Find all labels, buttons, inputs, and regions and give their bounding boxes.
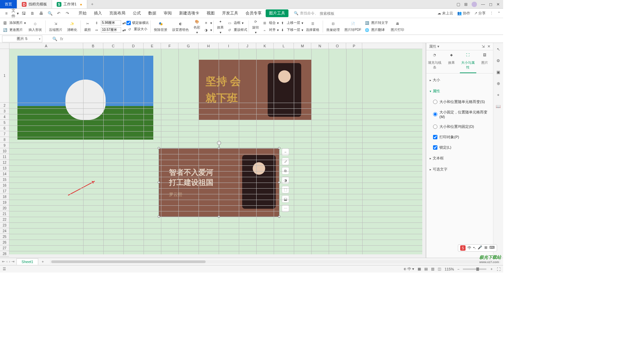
zoom-out[interactable]: − <box>458 267 460 271</box>
cloud-status[interactable]: ☁ 未上云 <box>437 11 453 16</box>
change-picture[interactable]: 🔄更改图片 <box>2 27 26 33</box>
avatar-icon[interactable] <box>472 2 477 7</box>
batch[interactable]: ⊟批量处理 <box>324 21 342 32</box>
align[interactable]: ⫠对齐 ▾ <box>262 27 279 33</box>
fx-search-icon[interactable]: 🔍 <box>52 37 57 41</box>
view-page-icon[interactable]: ▤ <box>424 267 428 271</box>
side-link-icon[interactable]: ⊕ <box>495 81 501 87</box>
resize-handle-w[interactable] <box>158 181 160 184</box>
crop[interactable]: ✂裁剪 <box>82 21 93 32</box>
zoom-slider[interactable] <box>463 268 486 270</box>
ribbon-tab-9[interactable]: 会员专享 <box>242 9 265 17</box>
side-style-icon[interactable]: ▣ <box>495 69 501 75</box>
bring-forward[interactable]: ⬆上移一层 ▾ <box>279 20 303 26</box>
side-settings-icon[interactable]: ⚙ <box>495 58 501 64</box>
ribbon-tab-6[interactable]: 新建选项卡 <box>176 9 203 17</box>
ribbon-tab-0[interactable]: 开始 <box>75 9 90 17</box>
ime-toolbar[interactable]: S 中•,🎤⊞⌨ <box>458 244 497 252</box>
opt-fixed[interactable]: 大小和位置均固定(D) <box>430 123 490 130</box>
ribbon-tab-2[interactable]: 页面布局 <box>106 9 129 17</box>
float-zoom-fit[interactable]: ⤢ <box>282 158 289 165</box>
row-headers[interactable]: 1234567891011121314151617181920212223242… <box>0 49 9 254</box>
fullscreen-icon[interactable]: ⛶ <box>497 267 500 271</box>
section-alttext[interactable]: 可选文字 <box>430 165 490 173</box>
command-search[interactable]: 🔍 查找命令、 <box>294 11 346 16</box>
color[interactable]: 🎨色彩 ▾ <box>192 18 202 34</box>
view-split-icon[interactable]: ◫ <box>438 267 441 271</box>
side-location-icon[interactable]: ⌖ <box>495 92 501 98</box>
ribbon-tab-7[interactable]: 视图 <box>203 9 218 17</box>
print-icon[interactable]: 🖶 <box>38 10 45 17</box>
opt-move-size[interactable]: 大小和位置随单元格而变(S) <box>430 98 490 105</box>
tab-add[interactable]: ＋ <box>87 0 97 8</box>
view-normal-icon[interactable]: ▦ <box>418 267 421 271</box>
panel-tab-picture[interactable]: 🖼图片 <box>476 50 493 73</box>
clarity[interactable]: ✨清晰化 <box>65 21 79 32</box>
sheet-next[interactable]: › <box>9 259 10 264</box>
insert-shape[interactable]: ◇插入形状 <box>26 21 44 32</box>
tab-template[interactable]: D 找稻壳模板 <box>17 0 52 8</box>
name-box[interactable]: 图片 5 <box>2 36 42 42</box>
image-banner-1[interactable]: 坚持 会就下班 <box>199 60 311 120</box>
height-input[interactable] <box>101 20 121 26</box>
select-all-corner[interactable] <box>0 43 9 49</box>
layout-icon[interactable]: ▢ <box>457 2 460 7</box>
file-menu[interactable]: 文件▾ <box>11 10 19 17</box>
selection-pane[interactable]: ☰选择窗格 <box>304 21 321 32</box>
record-icon[interactable]: ☰ <box>3 267 6 271</box>
section-textbox[interactable]: 文本框 <box>430 154 490 162</box>
float-zoom-out[interactable]: − <box>282 148 289 156</box>
lang-icon[interactable]: ⊕ 中 ▾ <box>404 266 414 271</box>
add-picture[interactable]: 🖼添加图片 ▾ <box>2 20 26 26</box>
sheet-add[interactable]: ＋ <box>38 259 47 264</box>
panel-close-icon[interactable]: ✕ <box>487 44 490 49</box>
tab-workbook[interactable]: S 工作簿1 ● <box>52 0 87 8</box>
ribbon-tab-picture-tools[interactable]: 图片工具 <box>266 9 288 17</box>
lock-ratio[interactable]: 锁定纵横比 <box>126 20 149 25</box>
minimize-icon[interactable]: — <box>481 2 485 7</box>
apps-icon[interactable]: ⊞ <box>464 2 468 7</box>
collapse-ribbon-icon[interactable]: ⌃ <box>497 11 500 15</box>
section-properties[interactable]: 属性 <box>430 87 490 95</box>
ribbon-tab-5[interactable]: 审阅 <box>160 9 175 17</box>
vertical-scrollbar[interactable] <box>422 43 426 254</box>
opt-move-only[interactable]: 大小固定，位置随单元格而变(M) <box>430 109 490 120</box>
rotate-handle[interactable] <box>217 141 221 145</box>
pic-to-pdf[interactable]: 📄图片转PDF <box>342 21 363 32</box>
zoom-in[interactable]: ＋ <box>490 266 493 271</box>
sheet-tab-1[interactable]: Sheet1 <box>16 258 38 265</box>
ribbon-tab-3[interactable]: 公式 <box>129 9 144 17</box>
save-icon[interactable]: 🖫 <box>20 10 28 17</box>
tab-home[interactable]: 首页 <box>0 0 17 8</box>
view-read-icon[interactable]: ▥ <box>431 267 434 271</box>
chk-print[interactable]: 打印对象(P) <box>430 134 490 141</box>
close-icon[interactable]: ✕ <box>496 2 500 7</box>
resize-handle-e[interactable] <box>278 181 280 184</box>
sheet-last[interactable]: ⇥ <box>11 259 14 264</box>
transparent-color[interactable]: ◐设置透明色 <box>170 21 191 32</box>
ribbon-tab-4[interactable]: 数据 <box>145 9 160 17</box>
undo-icon[interactable]: ↶ <box>55 10 62 17</box>
pic-translate[interactable]: 🌐图片翻译 <box>364 27 388 33</box>
compress-picture[interactable]: ⇲压缩图片 <box>47 21 64 32</box>
preview-icon[interactable]: 🔍 <box>46 10 54 17</box>
horizontal-scrollbar[interactable] <box>50 260 500 263</box>
float-crop[interactable]: ⧉ <box>282 167 289 174</box>
panel-pin-icon[interactable]: ⇲ <box>482 44 485 49</box>
redo-icon[interactable]: ↷ <box>64 10 71 17</box>
rotate[interactable]: ⟳旋转 ▾ <box>250 18 261 34</box>
float-layout[interactable]: ⬚ <box>282 186 289 193</box>
ribbon-tab-8[interactable]: 开发工具 <box>219 9 241 17</box>
more-icon[interactable]: ⋮ <box>490 11 493 15</box>
effects[interactable]: ✦效果 ▾ <box>215 18 226 34</box>
column-headers[interactable]: ABCDEFGHIJKLMNOP <box>9 43 422 49</box>
remove-bg[interactable]: 🎭抠除背景 <box>152 21 169 32</box>
panel-tab-fill[interactable]: ◔填充与线条 <box>426 50 443 73</box>
share-button[interactable]: ↗ 分享 <box>474 11 486 16</box>
spreadsheet-grid[interactable]: ABCDEFGHIJKLMNOP 12345678910111213141516… <box>0 43 426 258</box>
save-as-icon[interactable]: 🗎 <box>29 10 36 17</box>
reset-style[interactable]: ↺重设样式 <box>226 27 247 33</box>
panel-tab-size[interactable]: ⛶大小与属性 <box>460 50 477 73</box>
section-size[interactable]: 大小 <box>430 76 490 84</box>
side-book-icon[interactable]: 📖 <box>495 103 501 109</box>
